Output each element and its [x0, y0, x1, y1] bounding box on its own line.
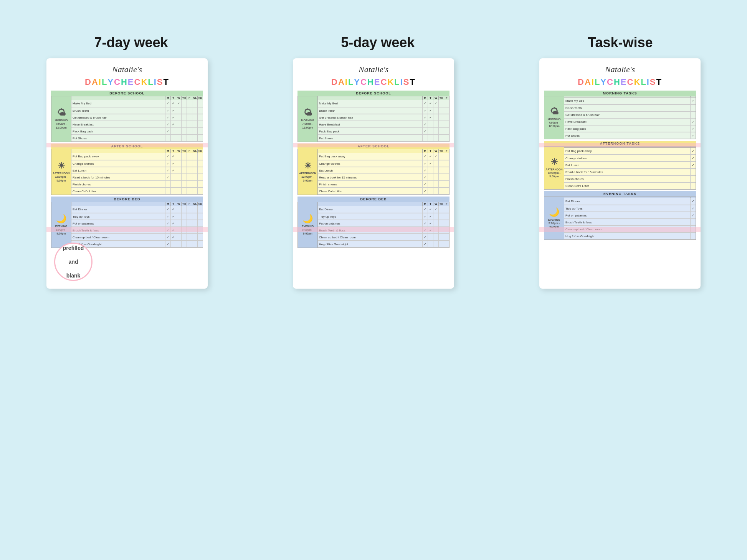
check-cell-0-5-evening-0[interactable]: ✓	[165, 241, 170, 248]
check-cell-3-4-morning-0[interactable]	[181, 128, 187, 135]
check-cell-1-2-morning-1[interactable]: ✓	[428, 114, 433, 121]
check-cell-4-5-evening-0[interactable]	[187, 241, 192, 248]
check-cell-2-4-evening-0[interactable]	[176, 234, 181, 241]
check-cell-3-1-afternoon-0[interactable]	[181, 160, 187, 167]
check-cell-3-1-morning-0[interactable]	[181, 107, 187, 114]
check-cell-2-5-evening-0[interactable]	[176, 241, 181, 248]
check-cell-4-0-evening-1[interactable]	[444, 206, 449, 213]
check-cell-4-0-afternoon-0[interactable]	[187, 153, 192, 160]
check-cell-2-3-afternoon-0[interactable]	[176, 174, 181, 181]
check-cell-0-3-evening-1[interactable]: ✓	[422, 227, 428, 234]
check-cell-4-5-afternoon-1[interactable]	[444, 188, 449, 195]
check-cell-2-0-morning-1[interactable]: ✓	[433, 100, 438, 107]
check-cell-1-1-morning-0[interactable]: ✓	[170, 107, 176, 114]
check-cell-4-5-afternoon-0[interactable]	[187, 188, 192, 195]
check-cell-0-2-evening-2[interactable]: ✓	[690, 212, 696, 219]
check-cell-0-4-afternoon-0[interactable]	[165, 181, 170, 188]
check-cell-2-2-morning-1[interactable]	[433, 114, 438, 121]
check-cell-3-3-evening-1[interactable]	[438, 227, 444, 234]
check-cell-3-0-morning-1[interactable]	[438, 100, 444, 107]
check-cell-3-2-afternoon-1[interactable]	[438, 167, 444, 174]
check-cell-1-3-evening-1[interactable]: ✓	[428, 227, 433, 234]
check-cell-4-3-afternoon-1[interactable]	[444, 174, 449, 181]
check-cell-6-3-afternoon-0[interactable]	[197, 174, 203, 181]
check-cell-2-2-morning-0[interactable]	[176, 114, 181, 121]
check-cell-1-0-afternoon-1[interactable]: ✓	[428, 153, 433, 160]
check-cell-1-4-evening-1[interactable]	[428, 234, 433, 241]
check-cell-2-1-morning-1[interactable]	[433, 107, 438, 114]
check-cell-5-4-evening-0[interactable]	[192, 234, 197, 241]
check-cell-4-0-evening-0[interactable]	[187, 206, 192, 213]
check-cell-0-1-morning-1[interactable]: ✓	[422, 107, 428, 114]
check-cell-3-2-afternoon-0[interactable]	[181, 167, 187, 174]
check-cell-6-4-morning-0[interactable]	[197, 128, 203, 135]
check-cell-3-3-afternoon-1[interactable]	[438, 174, 444, 181]
check-cell-5-2-evening-0[interactable]	[192, 220, 197, 227]
check-cell-5-0-evening-0[interactable]	[192, 206, 197, 213]
check-cell-1-4-evening-0[interactable]: ✓	[170, 234, 176, 241]
check-cell-3-0-evening-1[interactable]	[438, 206, 444, 213]
check-cell-1-5-morning-1[interactable]	[428, 135, 433, 142]
check-cell-0-4-afternoon-1[interactable]: ✓	[422, 181, 428, 188]
check-cell-3-4-evening-0[interactable]	[181, 234, 187, 241]
check-cell-5-1-evening-0[interactable]	[192, 213, 197, 220]
check-cell-5-3-afternoon-0[interactable]	[192, 174, 197, 181]
check-cell-0-4-morning-2[interactable]: ✓	[690, 125, 696, 132]
check-cell-0-1-afternoon-1[interactable]: ✓	[422, 160, 428, 167]
check-cell-0-0-evening-0[interactable]: ✓	[165, 206, 170, 213]
check-cell-0-2-morning-1[interactable]: ✓	[422, 114, 428, 121]
check-cell-0-5-evening-2[interactable]	[690, 233, 696, 240]
check-cell-4-3-afternoon-0[interactable]	[187, 174, 192, 181]
check-cell-3-1-evening-0[interactable]	[181, 213, 187, 220]
check-cell-5-1-morning-0[interactable]	[192, 107, 197, 114]
check-cell-5-0-afternoon-0[interactable]	[192, 153, 197, 160]
check-cell-4-4-evening-1[interactable]	[444, 234, 449, 241]
check-cell-0-0-evening-2[interactable]: ✓	[690, 198, 696, 205]
check-cell-0-2-evening-1[interactable]: ✓	[422, 220, 428, 227]
check-cell-5-4-morning-0[interactable]	[192, 128, 197, 135]
check-cell-3-2-evening-1[interactable]	[438, 220, 444, 227]
check-cell-2-5-evening-1[interactable]	[433, 241, 438, 248]
check-cell-0-4-evening-1[interactable]: ✓	[422, 234, 428, 241]
check-cell-4-4-morning-0[interactable]	[187, 128, 192, 135]
check-cell-1-0-evening-0[interactable]: ✓	[170, 206, 176, 213]
check-cell-1-5-afternoon-0[interactable]	[170, 188, 176, 195]
check-cell-1-5-afternoon-1[interactable]	[428, 188, 433, 195]
check-cell-0-0-evening-1[interactable]: ✓	[422, 206, 428, 213]
check-cell-0-2-afternoon-0[interactable]: ✓	[165, 167, 170, 174]
check-cell-4-1-evening-0[interactable]	[187, 213, 192, 220]
check-cell-2-2-afternoon-0[interactable]	[176, 167, 181, 174]
check-cell-2-4-evening-1[interactable]	[433, 234, 438, 241]
check-cell-5-4-afternoon-0[interactable]	[192, 181, 197, 188]
check-cell-2-3-evening-0[interactable]	[176, 227, 181, 234]
check-cell-4-5-morning-0[interactable]	[187, 135, 192, 142]
check-cell-4-0-afternoon-1[interactable]	[444, 153, 449, 160]
check-cell-4-2-evening-1[interactable]	[444, 220, 449, 227]
check-cell-3-3-afternoon-0[interactable]	[181, 174, 187, 181]
check-cell-4-3-evening-1[interactable]	[444, 227, 449, 234]
check-cell-0-5-morning-2[interactable]: ✓	[690, 132, 696, 139]
check-cell-1-0-morning-1[interactable]: ✓	[428, 100, 433, 107]
check-cell-2-1-evening-1[interactable]	[433, 213, 438, 220]
check-cell-2-2-evening-0[interactable]	[176, 220, 181, 227]
check-cell-5-2-morning-0[interactable]	[192, 114, 197, 121]
check-cell-6-5-afternoon-0[interactable]	[197, 188, 203, 195]
check-cell-6-5-evening-0[interactable]	[197, 241, 203, 248]
check-cell-1-3-morning-0[interactable]: ✓	[170, 121, 176, 128]
check-cell-1-2-morning-0[interactable]: ✓	[170, 114, 176, 121]
check-cell-0-5-afternoon-1[interactable]: ✓	[422, 188, 428, 195]
check-cell-0-5-afternoon-0[interactable]	[165, 188, 170, 195]
check-cell-5-3-evening-0[interactable]	[192, 227, 197, 234]
check-cell-5-5-evening-0[interactable]	[192, 241, 197, 248]
check-cell-3-0-afternoon-1[interactable]	[438, 153, 444, 160]
check-cell-4-1-morning-1[interactable]	[444, 107, 449, 114]
check-cell-6-0-afternoon-0[interactable]	[197, 153, 203, 160]
check-cell-0-0-afternoon-1[interactable]: ✓	[422, 153, 428, 160]
check-cell-3-3-morning-1[interactable]	[438, 121, 444, 128]
check-cell-6-4-afternoon-0[interactable]	[197, 181, 203, 188]
check-cell-2-3-morning-1[interactable]	[433, 121, 438, 128]
check-cell-1-5-evening-1[interactable]	[428, 241, 433, 248]
check-cell-1-4-afternoon-0[interactable]	[170, 181, 176, 188]
check-cell-4-3-evening-0[interactable]	[187, 227, 192, 234]
check-cell-0-1-afternoon-0[interactable]: ✓	[165, 160, 170, 167]
